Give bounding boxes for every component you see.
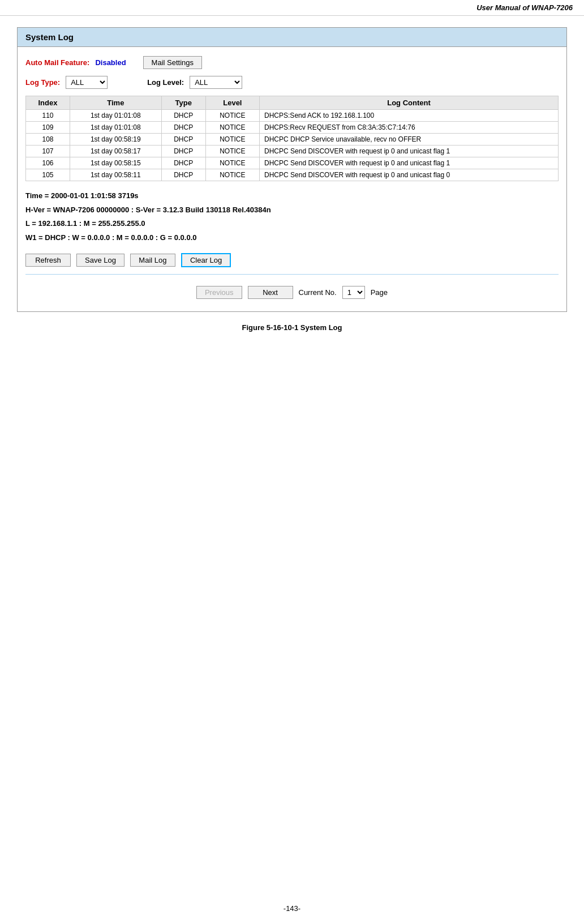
info-line3: L = 192.168.1.1 : M = 255.255.255.0 xyxy=(25,217,559,231)
pagination-row: Previous Next Current No. 1 Page xyxy=(25,281,559,302)
cell-index: 105 xyxy=(26,169,70,181)
cell-type: DHCP xyxy=(161,146,205,157)
refresh-button[interactable]: Refresh xyxy=(25,254,71,267)
current-no-label: Current No. xyxy=(299,288,337,297)
cell-level: NOTICE xyxy=(205,122,259,134)
col-header-type: Type xyxy=(161,96,205,110)
table-row: 1061st day 00:58:15DHCPNOTICEDHCPC Send … xyxy=(26,157,559,169)
cell-content: DHCPC Send DISCOVER with request ip 0 an… xyxy=(260,146,559,157)
cell-content: DHCPC DHCP Service unavailable, recv no … xyxy=(260,134,559,146)
cell-type: DHCP xyxy=(161,122,205,134)
info-line1: Time = 2000-01-01 1:01:58 3719s xyxy=(25,189,559,203)
table-row: 1071st day 00:58:17DHCPNOTICEDHCPC Send … xyxy=(26,146,559,157)
table-row: 1101st day 01:01:08DHCPNOTICEDHCPS:Send … xyxy=(26,110,559,122)
cell-index: 108 xyxy=(26,134,70,146)
cell-level: NOTICE xyxy=(205,134,259,146)
cell-time: 1st day 00:58:17 xyxy=(70,146,161,157)
next-button[interactable]: Next xyxy=(248,286,293,299)
figure-caption: Figure 5-16-10-1 System Log xyxy=(17,323,567,332)
mail-settings-button[interactable]: Mail Settings xyxy=(143,56,202,69)
cell-level: NOTICE xyxy=(205,146,259,157)
cell-type: DHCP xyxy=(161,134,205,146)
cell-time: 1st day 00:58:15 xyxy=(70,157,161,169)
cell-type: DHCP xyxy=(161,110,205,122)
cell-time: 1st day 01:01:08 xyxy=(70,122,161,134)
cell-content: DHCPS:Recv REQUEST from C8:3A:35:C7:14:7… xyxy=(260,122,559,134)
auto-mail-row: Auto Mail Feature: Disabled Mail Setting… xyxy=(25,56,559,69)
log-table: Index Time Type Level Log Content 1101st… xyxy=(25,96,559,181)
info-section: Time = 2000-01-01 1:01:58 3719s H-Ver = … xyxy=(25,189,559,245)
save-log-button[interactable]: Save Log xyxy=(76,254,124,267)
table-row: 1081st day 00:58:19DHCPNOTICEDHCPC DHCP … xyxy=(26,134,559,146)
divider xyxy=(25,274,559,275)
page-header: User Manual of WNAP-7206 xyxy=(0,0,584,16)
figure-caption-text: Figure 5-16-10-1 System Log xyxy=(242,323,342,332)
auto-mail-label: Auto Mail Feature: xyxy=(25,58,89,67)
page-footer: -143- xyxy=(0,904,584,913)
cell-time: 1st day 00:58:19 xyxy=(70,134,161,146)
header-title: User Manual of WNAP-7206 xyxy=(476,3,573,12)
footer-text: -143- xyxy=(284,904,300,913)
col-header-time: Time xyxy=(70,96,161,110)
cell-content: DHCPC Send DISCOVER with request ip 0 an… xyxy=(260,157,559,169)
info-line2: H-Ver = WNAP-7206 00000000 : S-Ver = 3.1… xyxy=(25,203,559,217)
log-type-label: Log Type: xyxy=(25,78,60,87)
action-buttons-row: Refresh Save Log Mail Log Clear Log xyxy=(25,253,559,267)
table-row: 1091st day 01:01:08DHCPNOTICEDHCPS:Recv … xyxy=(26,122,559,134)
cell-time: 1st day 01:01:08 xyxy=(70,110,161,122)
cell-index: 106 xyxy=(26,157,70,169)
cell-content: DHCPC Send DISCOVER with request ip 0 an… xyxy=(260,169,559,181)
col-header-level: Level xyxy=(205,96,259,110)
info-line4: W1 = DHCP : W = 0.0.0.0 : M = 0.0.0.0 : … xyxy=(25,231,559,245)
cell-level: NOTICE xyxy=(205,157,259,169)
panel-title: System Log xyxy=(25,32,74,42)
col-header-index: Index xyxy=(26,96,70,110)
page-number-select[interactable]: 1 xyxy=(342,286,365,299)
cell-type: DHCP xyxy=(161,169,205,181)
cell-level: NOTICE xyxy=(205,110,259,122)
log-type-select[interactable]: ALL DHCP System WAN xyxy=(66,76,108,89)
cell-time: 1st day 00:58:11 xyxy=(70,169,161,181)
mail-log-button[interactable]: Mail Log xyxy=(130,254,175,267)
cell-index: 110 xyxy=(26,110,70,122)
table-row: 1051st day 00:58:11DHCPNOTICEDHCPC Send … xyxy=(26,169,559,181)
cell-level: NOTICE xyxy=(205,169,259,181)
cell-index: 107 xyxy=(26,146,70,157)
cell-content: DHCPS:Send ACK to 192.168.1.100 xyxy=(260,110,559,122)
clear-log-button[interactable]: Clear Log xyxy=(181,253,231,267)
log-level-select[interactable]: ALL NOTICE WARNING ERROR xyxy=(190,76,242,89)
system-log-panel: System Log Auto Mail Feature: Disabled M… xyxy=(17,27,567,312)
page-label: Page xyxy=(371,288,388,297)
previous-button[interactable]: Previous xyxy=(196,286,242,299)
panel-body: Auto Mail Feature: Disabled Mail Setting… xyxy=(18,47,566,311)
log-type-level-row: Log Type: ALL DHCP System WAN Log Level:… xyxy=(25,76,559,89)
auto-mail-value: Disabled xyxy=(95,58,126,67)
log-level-label: Log Level: xyxy=(147,78,184,87)
cell-index: 109 xyxy=(26,122,70,134)
col-header-content: Log Content xyxy=(260,96,559,110)
panel-header: System Log xyxy=(18,28,566,47)
cell-type: DHCP xyxy=(161,157,205,169)
